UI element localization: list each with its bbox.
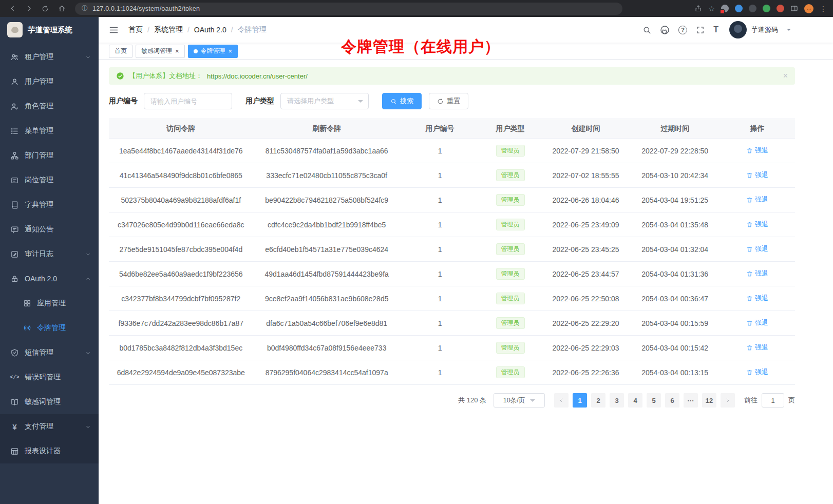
table-row: 502375b8040a469a9b82188afdf6af1f be90422… bbox=[109, 188, 795, 212]
page-button-1[interactable]: 1 bbox=[573, 393, 587, 408]
page-size-select[interactable]: 10条/页 bbox=[494, 393, 545, 408]
org-tree-icon bbox=[10, 151, 19, 160]
sidebar-item-token-manage[interactable]: 令牌管理 bbox=[0, 316, 99, 340]
user-icon bbox=[10, 77, 19, 86]
bookmark-star-icon[interactable]: ☆ bbox=[708, 5, 715, 13]
doc-link[interactable]: https://doc.iocoder.cn/user-center/ bbox=[207, 72, 308, 80]
sidebar-item-post[interactable]: 岗位管理 bbox=[0, 168, 99, 192]
goto-unit: 页 bbox=[788, 396, 795, 405]
user-type-select[interactable]: 请选择用户类型 bbox=[280, 93, 369, 109]
force-logout-button[interactable]: 强退 bbox=[746, 294, 768, 303]
force-logout-button[interactable]: 强退 bbox=[746, 244, 768, 254]
prev-page-button[interactable] bbox=[554, 393, 569, 408]
yen-icon: ¥ bbox=[10, 422, 19, 431]
force-logout-button[interactable]: 强退 bbox=[746, 220, 768, 229]
sidebar-item-sms[interactable]: 短信管理 bbox=[0, 340, 99, 365]
doc-alert-banner: 【用户体系】文档地址： https://doc.iocoder.cn/user-… bbox=[109, 67, 795, 85]
force-logout-button[interactable]: 强退 bbox=[746, 367, 768, 377]
breadcrumb-system[interactable]: 系统管理 bbox=[154, 25, 183, 34]
table-row: 275e5de9151045fe87cbdc395e004f4d e6cfd40… bbox=[109, 237, 795, 262]
sidebar-item-dict[interactable]: 字典管理 bbox=[0, 192, 99, 217]
search-icon[interactable] bbox=[642, 26, 651, 34]
extension-icon[interactable] bbox=[721, 5, 729, 12]
reset-button[interactable]: 重置 bbox=[429, 93, 468, 109]
badge-icon bbox=[10, 176, 19, 185]
browser-menu-icon[interactable]: ⋮ bbox=[820, 5, 827, 13]
breadcrumb-oauth[interactable]: OAuth 2.0 bbox=[194, 26, 226, 34]
sidebar-item-pay[interactable]: ¥ 支付管理 bbox=[0, 414, 99, 439]
grid-icon bbox=[23, 299, 31, 308]
search-button[interactable]: 搜索 bbox=[382, 93, 422, 109]
sidebar-item-dept[interactable]: 部门管理 bbox=[0, 143, 99, 168]
sidebar-item-oauth[interactable]: OAuth 2.0 bbox=[0, 266, 99, 291]
share-icon[interactable] bbox=[694, 5, 702, 12]
tab-sensitive-word[interactable]: 敏感词管理 × bbox=[136, 45, 185, 58]
chevron-down-icon[interactable] bbox=[787, 29, 791, 33]
tab-token-manage[interactable]: 令牌管理 × bbox=[188, 45, 238, 58]
app-logo[interactable]: 芋道管理系统 bbox=[0, 17, 99, 43]
extension-icon[interactable] bbox=[749, 5, 756, 12]
pagination-total: 共 120 条 bbox=[458, 396, 486, 405]
close-icon[interactable]: × bbox=[175, 48, 179, 54]
active-tab-dot bbox=[194, 49, 198, 53]
hamburger-icon[interactable] bbox=[105, 21, 122, 38]
sidebar-item-report-designer[interactable]: 报表设计器 bbox=[0, 439, 99, 463]
user-type-tag: 管理员 bbox=[496, 268, 525, 280]
browser-profile-avatar[interactable] bbox=[804, 4, 813, 13]
lock-icon bbox=[10, 275, 19, 283]
url-bar[interactable]: ⓘ 127.0.0.1:1024/system/oauth2/token bbox=[75, 3, 622, 15]
goto-label: 前往 bbox=[744, 396, 758, 405]
col-expires: 过期时间 bbox=[630, 119, 720, 139]
user-type-tag: 管理员 bbox=[496, 243, 525, 255]
fullscreen-icon[interactable] bbox=[696, 26, 705, 34]
extension-icon[interactable] bbox=[763, 5, 770, 12]
extension-icon[interactable] bbox=[735, 5, 743, 12]
site-info-icon[interactable]: ⓘ bbox=[82, 4, 88, 13]
page-button-5[interactable]: 5 bbox=[647, 393, 661, 408]
sidebar-item-role[interactable]: 角色管理 bbox=[0, 94, 99, 119]
page-button-12[interactable]: 12 bbox=[702, 393, 716, 408]
user-id-input[interactable] bbox=[144, 93, 232, 109]
page-button-6[interactable]: 6 bbox=[665, 393, 679, 408]
tab-home[interactable]: 首页 bbox=[109, 45, 132, 58]
page-ellipsis-button[interactable]: ··· bbox=[684, 393, 698, 408]
sidebar-item-user[interactable]: 用户管理 bbox=[0, 69, 99, 94]
breadcrumb-home[interactable]: 首页 bbox=[128, 25, 143, 34]
github-icon[interactable] bbox=[660, 25, 670, 35]
next-page-button[interactable] bbox=[721, 393, 735, 408]
user-name: 芋道源码 bbox=[751, 25, 778, 34]
home-icon[interactable] bbox=[54, 2, 69, 15]
force-logout-button[interactable]: 强退 bbox=[746, 146, 768, 155]
sidebar-submenu-oauth: 应用管理 令牌管理 bbox=[0, 291, 99, 340]
sidebar-item-app-manage[interactable]: 应用管理 bbox=[0, 291, 99, 316]
logo-image bbox=[7, 22, 23, 37]
sidebar-item-sensitive-word[interactable]: 敏感词管理 bbox=[0, 390, 99, 414]
user-type-tag: 管理员 bbox=[496, 145, 525, 157]
alert-close-icon[interactable]: × bbox=[783, 72, 788, 80]
user-avatar[interactable] bbox=[729, 21, 747, 38]
force-logout-button[interactable]: 强退 bbox=[746, 195, 768, 204]
sidebar-item-error-code[interactable]: </> 错误码管理 bbox=[0, 365, 99, 390]
force-logout-button[interactable]: 强退 bbox=[746, 318, 768, 327]
font-size-icon[interactable]: T bbox=[713, 25, 718, 34]
goto-page-input[interactable] bbox=[762, 393, 784, 408]
url-text: 127.0.0.1:1024/system/oauth2/token bbox=[92, 5, 200, 12]
close-icon[interactable]: × bbox=[229, 48, 233, 54]
page-button-3[interactable]: 3 bbox=[610, 393, 624, 408]
sidebar-item-tenant[interactable]: 租户管理 bbox=[0, 45, 99, 69]
extension-icon[interactable] bbox=[777, 5, 784, 12]
sidebar-item-menu[interactable]: 菜单管理 bbox=[0, 119, 99, 143]
force-logout-button[interactable]: 强退 bbox=[746, 269, 768, 278]
split-view-icon[interactable] bbox=[790, 5, 798, 12]
force-logout-button[interactable]: 强退 bbox=[746, 343, 768, 352]
sidebar-item-notice[interactable]: 通知公告 bbox=[0, 217, 99, 242]
page-button-2[interactable]: 2 bbox=[591, 393, 605, 408]
col-created: 创建时间 bbox=[541, 119, 631, 139]
help-icon[interactable]: ? bbox=[678, 26, 687, 34]
back-icon[interactable] bbox=[5, 2, 20, 15]
page-button-4[interactable]: 4 bbox=[628, 393, 642, 408]
reload-icon[interactable] bbox=[38, 2, 52, 15]
forward-icon[interactable] bbox=[22, 2, 36, 15]
force-logout-button[interactable]: 强退 bbox=[746, 170, 768, 180]
sidebar-item-audit-log[interactable]: 审计日志 bbox=[0, 242, 99, 266]
